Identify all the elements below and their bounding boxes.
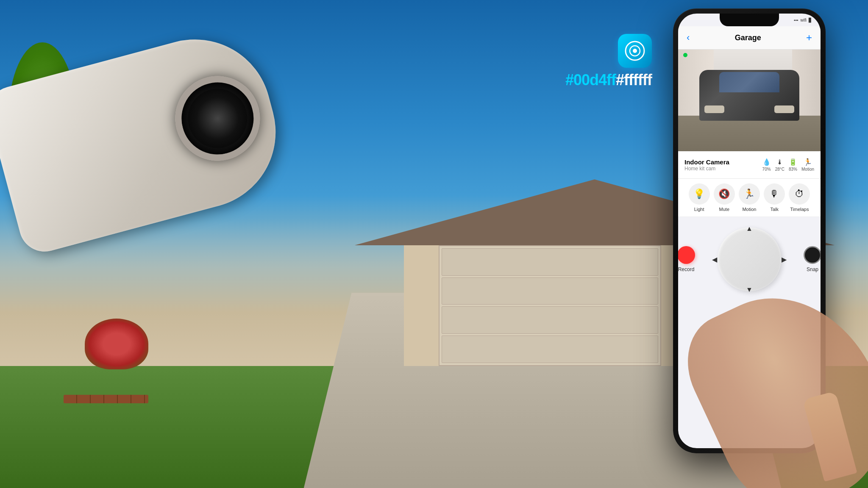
phone-notch [720, 14, 779, 26]
motion-value: Motion [801, 167, 814, 172]
temp-value: 28°C [775, 167, 785, 172]
zoomon-icon [618, 34, 652, 68]
humidity-icon: 💧 [762, 158, 771, 166]
camera-subtitle: Home kit cam [684, 166, 729, 172]
zoomon-text: #00d4ff#ffffff [565, 71, 652, 89]
temp-stat: 🌡 28°C [775, 158, 785, 172]
camera-lens-inner [181, 82, 254, 155]
garage-panel [442, 306, 658, 334]
brick-border [64, 395, 148, 403]
mute-icon: 🔇 [718, 189, 730, 200]
motion-ctrl-label: Motion [742, 207, 756, 212]
up-arrow-icon: ▲ [746, 225, 753, 233]
motion-ctrl-icon: 🏃 [743, 189, 755, 200]
timelaps-label: Timelaps [790, 207, 809, 212]
talk-icon-wrap: 🎙 [764, 183, 785, 205]
right-arrow-icon: ▶ [782, 255, 787, 263]
garage-scene-floor [678, 116, 821, 151]
battery-value: 83% [789, 167, 797, 172]
wifi-icon: wifi [801, 18, 807, 22]
left-arrow-icon: ◀ [712, 255, 717, 263]
camera-lens [166, 67, 270, 170]
light-icon: 💡 [693, 189, 705, 200]
status-icons: ▪▪▪ wifi ▊ [794, 18, 812, 22]
phone-mockup: ▪▪▪ wifi ▊ ‹ Garage + [673, 8, 826, 453]
light-button[interactable]: 💡 Light [689, 183, 710, 212]
app-header: ‹ Garage + [678, 26, 821, 50]
garage-scene [678, 50, 821, 151]
camera-name: Indoor Camera [684, 158, 729, 166]
dpad-down-button[interactable]: ▼ [742, 282, 757, 297]
battery-icon: ▊ [809, 18, 812, 22]
mute-label: Mute [719, 207, 729, 212]
camera-info-left: Indoor Camera Home kit cam [684, 158, 729, 172]
snapshot-label: Snap [807, 266, 818, 272]
security-camera [0, 21, 326, 352]
talk-icon: 🎙 [770, 189, 779, 200]
motion-stat: 🏃 Motion [801, 158, 814, 172]
app-title: Garage [735, 33, 761, 42]
dpad-container: Record ▲ ▼ ◀ ▶ [707, 221, 792, 297]
motion-ctrl-icon-wrap: 🏃 [739, 183, 760, 205]
camera-info: Indoor Camera Home kit cam 💧 70% 🌡 28°C … [678, 151, 821, 179]
back-button[interactable]: ‹ [687, 32, 690, 43]
controls-row: 💡 Light 🔇 Mute 🏃 Motion [678, 179, 821, 217]
live-indicator [683, 53, 687, 57]
camera-feed [678, 50, 821, 151]
dpad-circle [718, 227, 781, 291]
garage-panel [442, 336, 658, 363]
motion-icon: 🏃 [804, 158, 812, 166]
timelaps-icon: ⏱ [795, 189, 804, 200]
light-label: Light [694, 207, 704, 212]
car-headlights-right [774, 105, 794, 113]
humidity-stat: 💧 70% [762, 158, 771, 172]
garage-panel [442, 277, 658, 305]
garage-door-panels [442, 248, 658, 363]
snapshot-button[interactable]: Snap [804, 246, 821, 272]
car-windshield [719, 72, 779, 92]
dpad-section: Record ▲ ▼ ◀ ▶ [678, 217, 821, 302]
timelaps-button[interactable]: ⏱ Timelaps [789, 183, 810, 212]
car-in-garage [699, 70, 799, 121]
battery-level-icon: 🔋 [789, 158, 797, 166]
temp-icon: 🌡 [776, 158, 783, 166]
down-arrow-icon: ▼ [746, 286, 753, 294]
light-icon-wrap: 💡 [689, 183, 710, 205]
mute-button[interactable]: 🔇 Mute [714, 183, 735, 212]
record-button[interactable]: Record [678, 246, 695, 272]
talk-button[interactable]: 🎙 Talk [764, 183, 785, 212]
humidity-value: 70% [762, 167, 771, 172]
timelaps-icon-wrap: ⏱ [789, 183, 810, 205]
record-circle [678, 246, 695, 264]
record-label: Record [678, 266, 694, 272]
svg-point-2 [633, 49, 637, 53]
garage-panel [442, 248, 658, 276]
zoomon-brand: #00d4ff#ffffff [565, 34, 652, 89]
dpad-right-button[interactable]: ▶ [776, 252, 792, 267]
talk-label: Talk [770, 207, 779, 212]
add-button[interactable]: + [806, 32, 812, 44]
battery-stat: 🔋 83% [789, 158, 797, 172]
mute-icon-wrap: 🔇 [714, 183, 735, 205]
camera-body [0, 22, 293, 258]
snapshot-circle [804, 246, 821, 264]
dpad-up-button[interactable]: ▲ [742, 221, 757, 236]
car-headlights-left [704, 105, 724, 113]
motion-button[interactable]: 🏃 Motion [739, 183, 760, 212]
garage-door [439, 245, 661, 366]
signal-icon: ▪▪▪ [794, 18, 798, 22]
dpad-left-button[interactable]: ◀ [707, 252, 722, 267]
camera-stats: 💧 70% 🌡 28°C 🔋 83% 🏃 Motion [762, 158, 814, 172]
